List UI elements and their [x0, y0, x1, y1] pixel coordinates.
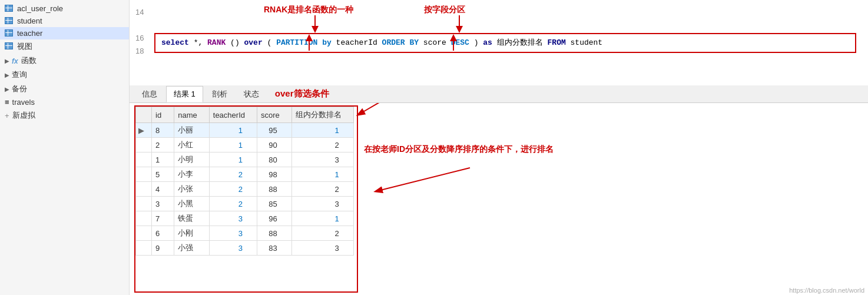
sidebar-item-student[interactable]: student — [0, 15, 129, 27]
row-indicator — [136, 138, 152, 153]
row-indicator: ▶ — [136, 123, 152, 138]
cell-score: 83 — [257, 241, 291, 256]
sql-alias: 组内分数排名 — [497, 38, 548, 47]
cell-rank: 2 — [291, 182, 353, 197]
sidebar-item-backup[interactable]: ▶ 备份 — [0, 82, 129, 96]
tab-status[interactable]: 状态 — [236, 86, 267, 102]
cell-name: 铁蛋 — [174, 211, 210, 226]
table-icon — [5, 29, 14, 38]
sidebar-label: 视图 — [17, 41, 32, 52]
cell-teacherid: 1 — [209, 138, 257, 153]
cell-teacherid: 2 — [209, 167, 257, 182]
cell-name: 小红 — [174, 138, 210, 153]
cell-id: 7 — [152, 211, 174, 226]
sidebar-label: 备份 — [12, 84, 27, 94]
db-icon: ≡ — [5, 98, 9, 107]
cell-teacherid: 3 — [209, 241, 257, 256]
right-annotation-text: 在按老师ID分区及分数降序排序的条件下，进行排名 — [364, 144, 862, 155]
sidebar-label: teacher — [17, 29, 42, 38]
cell-score: 88 — [257, 182, 291, 197]
table-row: 7铁蛋3961 — [136, 211, 354, 226]
cell-rank: 3 — [291, 197, 353, 211]
sql-keyword-order: ORDER BY — [382, 38, 419, 47]
sidebar-item-acl-user-role[interactable]: acl_user_role — [0, 2, 129, 15]
table-row: 9小强3833 — [136, 241, 354, 256]
sidebar-item-functions[interactable]: ▶ fx 函数 — [0, 54, 129, 68]
sidebar: acl_user_role student teacher 视图 ▶ fx 函数… — [0, 0, 130, 295]
cell-score: 90 — [257, 138, 291, 153]
sidebar-item-travels[interactable]: ≡ travels — [0, 96, 129, 108]
cell-name: 小张 — [174, 182, 210, 197]
fx-icon: fx — [12, 57, 18, 65]
sidebar-label: 新虚拟 — [12, 110, 35, 121]
cell-name: 小李 — [174, 167, 210, 182]
cell-name: 小刚 — [174, 226, 210, 241]
sql-func-rank: RANK — [207, 38, 226, 47]
right-annotation-area: 在按老师ID分区及分数降序排序的条件下，进行排名 — [358, 103, 868, 295]
row-indicator — [136, 211, 152, 226]
row-indicator — [136, 226, 152, 241]
sql-keyword-from: FROM — [548, 38, 566, 47]
sidebar-item-new[interactable]: + 新虚拟 — [0, 108, 129, 122]
row-indicator — [136, 167, 152, 182]
col-header-name[interactable]: name — [174, 107, 210, 123]
cell-score: 98 — [257, 167, 291, 182]
sql-keyword-over: over — [244, 38, 262, 47]
cell-name: 小黑 — [174, 197, 210, 211]
table-row: 1小明1803 — [136, 153, 354, 167]
cell-teacherid: 1 — [209, 153, 257, 167]
cell-rank: 1 — [291, 211, 353, 226]
sidebar-label: student — [17, 16, 42, 25]
sql-text: *, — [194, 38, 203, 47]
svg-marker-4 — [306, 34, 313, 41]
cell-teacherid: 3 — [209, 226, 257, 241]
cell-name: 小强 — [174, 241, 210, 256]
tab-profiling[interactable]: 剖析 — [204, 86, 235, 102]
arrow-rank-down — [309, 15, 321, 33]
sidebar-item-view[interactable]: 视图 — [0, 39, 129, 54]
sidebar-item-teacher[interactable]: teacher — [0, 27, 129, 39]
table-row: 6小刚3882 — [136, 226, 354, 241]
cell-name: 小明 — [174, 153, 210, 167]
sql-editor-box[interactable]: select *, RANK () over ( PARTITION by te… — [154, 33, 856, 53]
sidebar-item-query[interactable]: ▶ 查询 — [0, 68, 129, 82]
row-indicator — [136, 182, 152, 197]
col-header-score[interactable]: score — [257, 107, 291, 123]
sql-field-score: score — [423, 38, 451, 47]
cell-id: 3 — [152, 197, 174, 211]
main-content: 14 16 18 RNAK是排名函数的一种 按字段分区 select *, RA… — [130, 0, 868, 295]
cell-teacherid: 1 — [209, 123, 257, 138]
table-row: 4小张2882 — [136, 182, 354, 197]
cell-score: 88 — [257, 226, 291, 241]
table-icon — [5, 5, 14, 13]
row-indicator — [136, 241, 152, 256]
arrow-rank-up — [303, 34, 315, 51]
table-row: 3小黑2853 — [136, 197, 354, 211]
sql-keyword-by: by — [322, 38, 332, 47]
cell-score: 80 — [257, 153, 291, 167]
sql-keyword-as: as — [483, 38, 492, 47]
tab-result1[interactable]: 结果 1 — [166, 86, 203, 102]
cell-teacherid: 2 — [209, 197, 257, 211]
col-header-teacherid[interactable]: teacherId — [209, 107, 257, 123]
expand-arrow: ▶ — [5, 58, 9, 64]
cell-id: 8 — [152, 123, 174, 138]
arrow-annot-to-table — [364, 162, 482, 197]
cell-id: 5 — [152, 167, 174, 182]
cell-id: 9 — [152, 241, 174, 256]
sidebar-label: acl_user_role — [17, 4, 63, 13]
cell-teacherid: 2 — [209, 182, 257, 197]
expand-arrow: ▶ — [5, 86, 9, 92]
cell-score: 96 — [257, 211, 291, 226]
col-header-id[interactable]: id — [152, 107, 174, 123]
sql-text: ) — [474, 38, 483, 47]
cell-score: 85 — [257, 197, 291, 211]
cell-id: 6 — [152, 226, 174, 241]
sidebar-label: 查询 — [12, 69, 27, 80]
annotation-partition: 按字段分区 — [424, 5, 465, 15]
svg-marker-6 — [450, 34, 457, 41]
over-label: over筛选条件 — [275, 88, 329, 100]
view-icon — [5, 42, 14, 51]
tab-info[interactable]: 信息 — [134, 86, 165, 102]
table-icon — [5, 17, 14, 25]
